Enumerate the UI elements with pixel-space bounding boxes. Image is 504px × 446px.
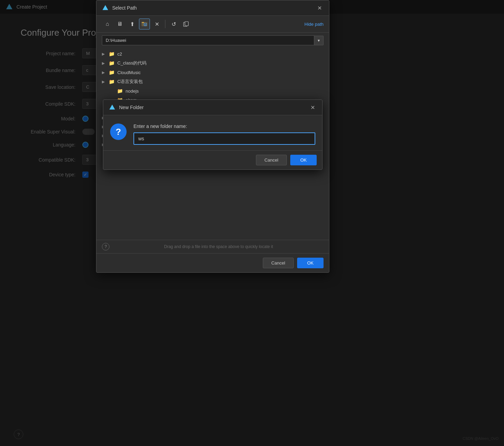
- tree-item-cloudmusic[interactable]: ▶ 📁 CloudMusic: [96, 68, 329, 77]
- question-icon: ?: [110, 124, 127, 140]
- select-path-toolbar: ⌂ 🖥 ⬆ ✕ ↺ Hide path: [96, 16, 329, 33]
- tree-item-label: nodejs: [126, 89, 139, 94]
- new-folder-toolbar-button[interactable]: [139, 19, 150, 30]
- select-path-statusbar: ? Drag and drop a file into the space ab…: [96, 240, 329, 253]
- new-folder-dialog-buttons: Cancel OK: [103, 150, 322, 169]
- new-folder-name-input[interactable]: [133, 132, 315, 145]
- drive-button[interactable]: 🖥: [114, 19, 125, 30]
- tree-item-label: c2: [117, 51, 122, 57]
- svg-marker-1: [103, 5, 108, 10]
- hide-path-button[interactable]: Hide path: [304, 22, 324, 27]
- svg-rect-8: [185, 22, 188, 26]
- new-folder-close-button[interactable]: ✕: [308, 103, 317, 112]
- tree-item-c2[interactable]: ▶ 📁 c2: [96, 49, 329, 58]
- select-path-titlebar: Select Path ✕: [96, 0, 329, 16]
- cancel-toolbar-button[interactable]: ✕: [151, 19, 162, 30]
- new-folder-title: New Folder: [119, 105, 305, 110]
- folder-icon: 📁: [109, 51, 115, 57]
- tree-item-label: C_class的代码: [117, 60, 146, 66]
- chevron-icon: ▶: [102, 70, 106, 75]
- refresh-button[interactable]: ↺: [168, 19, 179, 30]
- select-path-logo-icon: [102, 4, 109, 11]
- tree-item-cclass[interactable]: ▶ 📁 C_class的代码: [96, 58, 329, 68]
- new-folder-cancel-button[interactable]: Cancel: [256, 155, 287, 165]
- path-dropdown-button[interactable]: ▾: [314, 36, 324, 45]
- path-input[interactable]: [102, 35, 314, 45]
- select-path-ok-button[interactable]: OK: [297, 258, 324, 268]
- chevron-icon: ▶: [102, 80, 106, 84]
- new-folder-dialog: New Folder ✕ ? Enter a new folder name: …: [103, 99, 323, 170]
- toolbar-separator: [165, 20, 165, 28]
- tree-item-label: C语言安装包: [117, 79, 143, 85]
- help-icon-button[interactable]: ?: [102, 243, 109, 250]
- tree-item-nodejs[interactable]: ▶ 📁 nodejs: [96, 86, 329, 95]
- select-path-cancel-button[interactable]: Cancel: [263, 258, 294, 268]
- copy-path-button[interactable]: [180, 19, 191, 30]
- folder-icon: 📁: [109, 60, 115, 66]
- new-folder-ok-button[interactable]: OK: [290, 155, 317, 165]
- chevron-icon: ▶: [102, 52, 106, 56]
- new-folder-titlebar: New Folder ✕: [103, 100, 322, 115]
- path-bar: ▾: [102, 35, 324, 45]
- folder-icon: 📁: [109, 70, 115, 75]
- new-folder-logo-icon: [109, 104, 116, 111]
- home-button[interactable]: ⌂: [102, 19, 113, 30]
- new-folder-body: ? Enter a new folder name:: [103, 115, 322, 150]
- folder-up-button[interactable]: ⬆: [127, 19, 138, 30]
- folder-icon: 📁: [117, 88, 123, 94]
- folder-icon: 📁: [109, 79, 115, 84]
- new-folder-right: Enter a new folder name:: [133, 124, 315, 145]
- new-folder-prompt: Enter a new folder name:: [133, 124, 315, 129]
- select-path-close-button[interactable]: ✕: [315, 4, 324, 12]
- select-path-dialog-buttons: Cancel OK: [96, 253, 329, 272]
- drag-drop-hint: Drag and drop a file into the space abov…: [114, 244, 324, 249]
- svg-rect-3: [142, 22, 144, 23]
- tree-item-label: CloudMusic: [117, 70, 141, 75]
- tree-item-clang[interactable]: ▶ 📁 C语言安装包: [96, 77, 329, 86]
- svg-marker-9: [109, 105, 115, 110]
- chevron-icon: ▶: [102, 61, 106, 66]
- select-path-title: Select Path: [112, 5, 312, 11]
